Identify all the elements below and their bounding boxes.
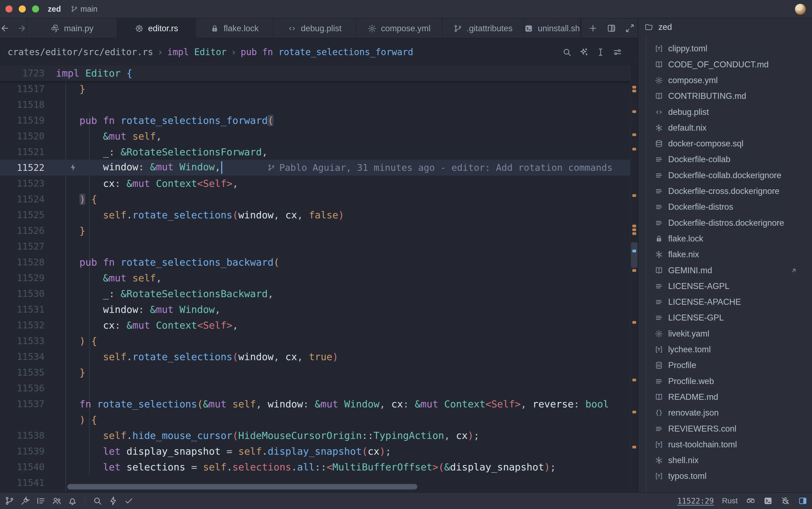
file-item-default.nix[interactable]: default.nix <box>638 120 812 136</box>
file-item-Dockerfile-collab.dockerignore[interactable]: Dockerfile-collab.dockerignore <box>638 168 812 183</box>
edit-mode-button[interactable] <box>595 47 606 57</box>
file-item-flake.lock[interactable]: flake.lock <box>638 231 812 247</box>
project-root[interactable]: zed <box>638 19 812 36</box>
vertical-scrollbar-thumb[interactable] <box>631 242 637 268</box>
code-editor[interactable]: 11517 }1151811519 pub fn rotate_selectio… <box>0 65 638 492</box>
file-item-flake.nix[interactable]: flake.nix <box>638 247 812 262</box>
code-line-11538[interactable]: 11538 self.hide_mouse_cursor(HideMouseCu… <box>0 428 638 443</box>
minimize-window-button[interactable] <box>19 5 26 12</box>
breadcrumb[interactable]: crates/editor/src/editor.rs›impl Editor›… <box>0 39 638 65</box>
git-blame-inline[interactable]: Pablo Aguiar, 31 minutes ago - editor: A… <box>267 160 613 175</box>
nav-forward-button[interactable] <box>17 23 27 33</box>
horizontal-scrollbar-thumb[interactable] <box>67 484 417 489</box>
code-line-11517[interactable]: 11517 } <box>0 81 638 97</box>
status-git-button[interactable] <box>4 496 15 506</box>
file-item-Procfile.web[interactable]: Procfile.web <box>638 373 812 389</box>
file-item-Dockerfile-collab[interactable]: Dockerfile-collab <box>638 151 812 167</box>
right-dock-button[interactable] <box>798 496 808 506</box>
code-line-11532[interactable]: 11532 cx: &mut Context<Self>, <box>0 317 638 333</box>
file-item-Dockerfile-cross.dockerignore[interactable]: Dockerfile-cross.dockerignore <box>638 183 812 199</box>
title-branch-button[interactable]: main <box>71 5 98 13</box>
code-line-11537[interactable]: 11537 fn rotate_selections(&mut self, wi… <box>0 396 638 412</box>
nav-back-button[interactable] <box>0 23 10 33</box>
editor-scrollbar[interactable] <box>630 65 638 492</box>
file-item-REVIEWERS.conl[interactable]: REVIEWERS.conl <box>638 421 812 437</box>
code-line-11526[interactable]: 11526 } <box>0 223 638 238</box>
tab-main.py[interactable]: main.py <box>27 19 117 39</box>
file-item-LICENSE-APACHE[interactable]: LICENSE-APACHE <box>638 294 812 310</box>
avatar[interactable] <box>795 3 806 15</box>
file-item-livekit.yaml[interactable]: livekit.yaml <box>638 326 812 342</box>
tab-flake.lock[interactable]: flake.lock <box>196 19 273 39</box>
code-line-11523[interactable]: 11523 cx: &mut Context<Self>, <box>0 175 638 191</box>
code-line-11529[interactable]: 11529 &mut self, <box>0 270 638 286</box>
breadcrumb-path[interactable]: crates/editor/src/editor.rs›impl Editor›… <box>8 47 413 57</box>
language-selector[interactable]: Rust <box>722 497 738 505</box>
file-item-LICENSE-GPL[interactable]: LICENSE-GPL <box>638 310 812 326</box>
code-line-11540[interactable]: 11540 let selections = self.selections.a… <box>0 459 638 475</box>
debugger-button[interactable] <box>780 496 790 506</box>
code-line-11524[interactable]: 11524 ) { <box>0 191 638 207</box>
outline-panel-button[interactable] <box>36 496 46 506</box>
code-line-11522[interactable]: 11522 window: &mut Window,Pablo Aguiar, … <box>0 160 638 175</box>
code-line-11521[interactable]: 11521 _: &RotateSelectionsForward, <box>0 144 638 160</box>
file-item-CONTRIBUTING.md[interactable]: CONTRIBUTING.md <box>638 88 812 104</box>
code-line-11534[interactable]: 11534 self.rotate_selections(window, cx,… <box>0 349 638 365</box>
code-line-11525[interactable]: 11525 self.rotate_selections(window, cx,… <box>0 207 638 223</box>
file-item-docker-compose.sql[interactable]: docker-compose.sql <box>638 136 812 151</box>
zoom-window-button[interactable] <box>32 5 39 12</box>
code-action-icon[interactable] <box>68 163 78 172</box>
file-item-renovate.json[interactable]: renovate.json <box>638 405 812 421</box>
tab-compose.yml[interactable]: compose.yml <box>356 19 442 39</box>
file-item-Dockerfile-distros[interactable]: Dockerfile-distros <box>638 199 812 215</box>
code-line-11539[interactable]: 11539 let display_snapshot = self.displa… <box>0 443 638 459</box>
terminal-panel-button[interactable] <box>763 496 773 506</box>
file-item-Dockerfile-distros.dockerignore[interactable]: Dockerfile-distros.dockerignore <box>638 215 812 231</box>
expand-pane-button[interactable] <box>625 23 635 33</box>
file-item-shell.nix[interactable]: shell.nix <box>638 452 812 468</box>
file-item-LICENSE-AGPL[interactable]: LICENSE-AGPL <box>638 278 812 294</box>
diagnostics-button[interactable] <box>124 496 134 506</box>
file-item-typos.toml[interactable]: typos.toml <box>638 468 812 484</box>
code-line-11520[interactable]: 11520 &mut self, <box>0 128 638 144</box>
inline-assist-button[interactable] <box>579 47 589 57</box>
code-line-11519[interactable]: 11519 pub fn rotate_selections_forward( <box>0 112 638 128</box>
tab-uninstall.sh[interactable]: uninstall.sh <box>524 19 581 39</box>
code-line-11528[interactable]: 11528 pub fn rotate_selections_backward( <box>0 254 638 270</box>
code-line-11518[interactable]: 11518 <box>0 97 638 112</box>
code-line-wrap[interactable]: ) { <box>0 412 638 428</box>
collab-panel-button[interactable] <box>51 496 62 506</box>
project-search-button[interactable] <box>92 496 103 506</box>
code-line-11536[interactable]: 11536 <box>0 380 638 396</box>
new-tab-button[interactable] <box>588 23 598 33</box>
edit-prediction-button[interactable] <box>20 496 30 506</box>
code-line-11530[interactable]: 11530 _: &RotateSelectionsBackward, <box>0 286 638 302</box>
sticky-context-line[interactable]: 1723impl Editor { <box>0 65 630 81</box>
file-item-debug.plist[interactable]: debug.plist <box>638 104 812 120</box>
buffer-search-button[interactable] <box>562 47 572 57</box>
panel-divider[interactable] <box>638 19 638 492</box>
file-item-README.md[interactable]: README.md <box>638 389 812 405</box>
file-item-Procfile[interactable]: Procfile <box>638 358 812 373</box>
file-item-compose.yml[interactable]: compose.yml <box>638 72 812 88</box>
file-item-clippy.toml[interactable]: clippy.toml <box>638 41 812 57</box>
copilot-button[interactable] <box>746 496 755 506</box>
file-item-CODE_OF_CONDUCT.md[interactable]: CODE_OF_CONDUCT.md <box>638 57 812 72</box>
file-item-lychee.toml[interactable]: lychee.toml <box>638 342 812 358</box>
close-window-button[interactable] <box>5 5 12 12</box>
split-pane-button[interactable] <box>606 23 617 33</box>
file-item-CLAUDE.md[interactable]: CLAUDE.md <box>638 36 812 41</box>
code-line-11527[interactable]: 11527 <box>0 238 638 254</box>
tab-editor.rs[interactable]: editor.rs <box>117 19 196 39</box>
tab-debug.plist[interactable]: debug.plist <box>273 19 356 39</box>
file-item-rust-toolchain.toml[interactable]: rust-toolchain.toml <box>638 437 812 452</box>
file-item-GEMINI.md[interactable]: GEMINI.md <box>638 263 812 278</box>
tab-.gitattributes[interactable]: .gitattributes <box>442 19 524 39</box>
notifications-button[interactable] <box>67 496 78 506</box>
editor-settings-button[interactable] <box>612 47 623 57</box>
quick-actions-button[interactable] <box>108 496 118 506</box>
code-line-11531[interactable]: 11531 window: &mut Window, <box>0 302 638 317</box>
cursor-position-button[interactable]: 11522:29 <box>677 497 714 506</box>
code-line-11533[interactable]: 11533 ) { <box>0 333 638 349</box>
code-line-11535[interactable]: 11535 } <box>0 365 638 380</box>
